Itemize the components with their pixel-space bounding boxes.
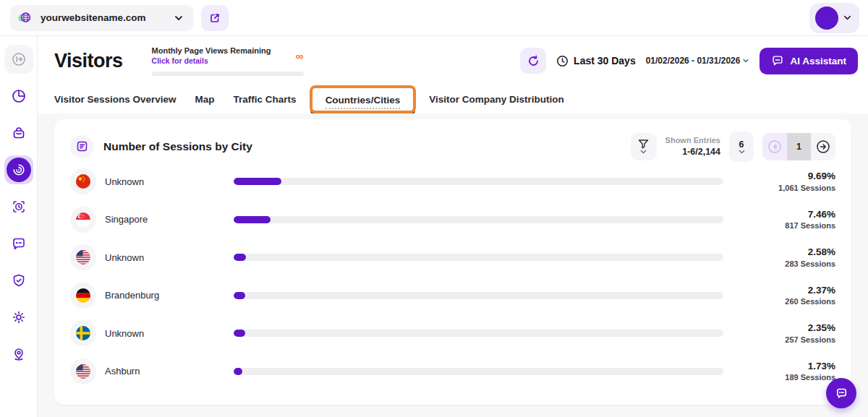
- quota-details-link[interactable]: Click for details: [152, 56, 271, 65]
- arrow-right-icon: [815, 139, 831, 155]
- collapse-sidebar-icon: [11, 51, 27, 67]
- card-title: Number of Sessions by City: [103, 140, 252, 153]
- sidebar: [0, 36, 38, 417]
- tab-map[interactable]: Map: [195, 94, 215, 105]
- row-stats: 7.46% 817 Sessions: [723, 208, 835, 231]
- country-flag-icon: [70, 244, 96, 270]
- sessions-value: 257 Sessions: [723, 335, 835, 345]
- shield-check-icon: [11, 272, 27, 288]
- tab-traffic-charts[interactable]: Traffic Charts: [234, 94, 297, 105]
- city-label: Singapore: [96, 214, 234, 225]
- period-selector[interactable]: Last 30 Days: [556, 55, 636, 67]
- filter-funnel-icon: [637, 139, 650, 150]
- row-stats: 9.69% 1,061 Sessions: [723, 170, 835, 193]
- period-label: Last 30 Days: [574, 55, 636, 66]
- sidebar-item-dashboard[interactable]: [4, 82, 33, 111]
- row-stats: 2.58% 283 Sessions: [723, 246, 835, 269]
- sidebar-item-privacy[interactable]: [4, 266, 33, 295]
- table-row[interactable]: Singapore 7.46% 817 Sessions: [70, 200, 835, 238]
- report-icon: [70, 135, 93, 158]
- session-bar: [234, 368, 723, 375]
- table-row[interactable]: Ashburn 1.73% 189 Sessions: [70, 352, 835, 390]
- user-menu[interactable]: [809, 3, 859, 33]
- sidebar-item-collapse[interactable]: [4, 45, 33, 74]
- open-website-button[interactable]: [201, 5, 229, 31]
- shown-entries-label: Shown Entries: [665, 135, 720, 145]
- city-label: Unknown: [96, 328, 234, 339]
- country-flag-icon: [70, 283, 96, 309]
- city-label: Brandenburg: [96, 290, 234, 301]
- page-size-selector[interactable]: 6: [729, 132, 754, 162]
- shown-entries-value: 1-6/2,144: [665, 146, 720, 158]
- table-row[interactable]: Unknown 2.58% 283 Sessions: [70, 238, 835, 277]
- sidebar-item-behavior[interactable]: [4, 192, 33, 221]
- sidebar-item-visitors[interactable]: [4, 155, 33, 184]
- website-selector[interactable]: yourwebsitename.com: [10, 5, 194, 31]
- tab-highlight-box: Countries/Cities: [310, 85, 417, 113]
- arrow-left-icon: [767, 139, 783, 155]
- filter-button[interactable]: [631, 133, 657, 160]
- sidebar-item-communication[interactable]: [4, 229, 33, 258]
- table-row[interactable]: Unknown 9.69% 1,061 Sessions: [70, 163, 835, 201]
- main-area: Visitors Monthly Page Views Remaining Cl…: [38, 36, 868, 417]
- pagination: 1: [762, 133, 835, 160]
- percent-value: 2.58%: [723, 246, 835, 259]
- map-pin-icon: [11, 346, 27, 362]
- refresh-button[interactable]: [520, 48, 546, 74]
- gear-icon: [11, 309, 27, 325]
- tab-countries-cities[interactable]: Countries/Cities: [326, 95, 401, 109]
- tab-bar: Visitor Sessions Overview Map Traffic Ch…: [38, 80, 868, 113]
- date-range-value: 01/02/2026 - 01/31/2026: [646, 56, 741, 66]
- chevron-down-icon: [640, 150, 647, 154]
- country-flag-icon: [70, 168, 96, 194]
- percent-value: 2.35%: [723, 322, 835, 335]
- infinity-value: ∞: [296, 51, 304, 61]
- next-page-button[interactable]: [811, 133, 835, 160]
- prev-page-button[interactable]: [762, 133, 787, 160]
- website-name: yourwebsitename.com: [41, 12, 146, 23]
- sessions-value: 260 Sessions: [723, 296, 835, 306]
- city-label: Unknown: [96, 176, 234, 187]
- percent-value: 7.46%: [723, 208, 835, 221]
- table-row[interactable]: Brandenburg 2.37% 260 Sessions: [70, 276, 835, 314]
- avatar: [815, 7, 838, 30]
- globe-icon: [16, 9, 33, 27]
- session-bar: [234, 254, 723, 261]
- sidebar-item-company[interactable]: [4, 119, 33, 147]
- pie-chart-icon: [11, 88, 27, 104]
- quota-label: Monthly Page Views Remaining: [152, 46, 271, 56]
- top-bar: yourwebsitename.com: [0, 0, 868, 36]
- content-area: Number of Sessions by City Sh: [38, 113, 868, 417]
- quota-widget: Monthly Page Views Remaining Click for d…: [152, 46, 304, 76]
- quota-progress-bar: [152, 72, 304, 76]
- tab-visitor-company-distribution[interactable]: Visitor Company Distribution: [429, 94, 564, 105]
- ai-assistant-button[interactable]: AI Assistant: [760, 48, 858, 74]
- chat-bubble-icon: [11, 236, 27, 252]
- chat-bubble-icon: [834, 386, 849, 401]
- country-flag-icon: [70, 358, 96, 384]
- date-range-selector[interactable]: 01/02/2026 - 01/31/2026: [646, 56, 750, 66]
- page-title: Visitors: [54, 50, 123, 72]
- session-bar: [234, 216, 723, 223]
- ai-assistant-label: AI Assistant: [790, 56, 846, 66]
- page-size-value: 6: [739, 139, 744, 150]
- bag-icon: [11, 125, 27, 141]
- current-page: 1: [787, 133, 811, 160]
- focus-scan-icon: [11, 199, 27, 215]
- session-bar: [234, 330, 723, 337]
- sessions-value: 283 Sessions: [723, 259, 835, 269]
- country-flag-icon: [70, 207, 96, 233]
- sidebar-item-settings[interactable]: [4, 303, 33, 332]
- page-header: Visitors Monthly Page Views Remaining Cl…: [38, 36, 868, 80]
- tab-visitor-sessions-overview[interactable]: Visitor Sessions Overview: [54, 94, 176, 105]
- sidebar-item-location[interactable]: [4, 340, 33, 369]
- chevron-down-icon: [739, 150, 745, 154]
- percent-value: 2.37%: [723, 284, 835, 297]
- support-chat-button[interactable]: [826, 378, 856, 408]
- visitors-radar-icon: [7, 158, 31, 182]
- row-stats: 2.35% 257 Sessions: [723, 322, 835, 345]
- row-stats: 2.37% 260 Sessions: [723, 284, 835, 307]
- sessions-value: 817 Sessions: [723, 220, 835, 231]
- city-label: Ashburn: [96, 366, 234, 377]
- table-row[interactable]: Unknown 2.35% 257 Sessions: [70, 314, 835, 353]
